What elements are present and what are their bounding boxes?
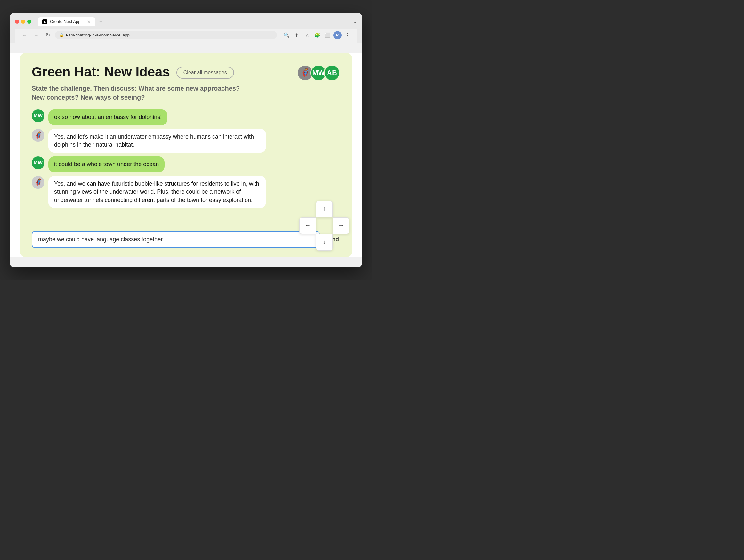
sidebar-action-button[interactable]: ⬜ (323, 31, 332, 40)
menu-button[interactable]: ⋮ (343, 31, 352, 40)
message-bubble: Yes, and let's make it an underwater emb… (48, 129, 266, 153)
message-bubble: it could be a whole town under the ocean (48, 157, 164, 172)
profile-avatar[interactable]: P (333, 31, 342, 39)
app-title: Green Hat: New Ideas (32, 65, 170, 79)
search-action-button[interactable]: 🔍 (282, 31, 291, 40)
participant-avatar-ab: AB (324, 65, 340, 81)
browser-actions: 🔍 ⬆ ☆ 🧩 ⬜ P ⋮ (282, 31, 352, 40)
url-text: i-am-chatting-in-a-room.vercel.app (66, 33, 129, 37)
minimize-button[interactable] (21, 19, 25, 24)
clear-messages-button[interactable]: Clear all messages (176, 67, 234, 79)
message-row: MW it could be a whole town under the oc… (32, 157, 340, 172)
input-area: Send (32, 231, 340, 248)
back-button[interactable]: ← (20, 31, 29, 40)
active-tab[interactable]: ▲ Create Next App ✕ (38, 17, 96, 26)
message-row: 🦸 Yes, and we can have futuristic bubble… (32, 176, 340, 208)
lock-icon: 🔒 (59, 33, 64, 37)
nav-arrows: ↑ ← → ↓ (299, 201, 349, 250)
address-bar: ← → ↻ 🔒 i-am-chatting-in-a-room.vercel.a… (15, 29, 357, 43)
message-input[interactable] (32, 231, 320, 248)
participants-list: 🦸 MW AB (297, 65, 340, 81)
new-tab-button[interactable]: + (97, 17, 105, 26)
tab-close-button[interactable]: ✕ (87, 19, 91, 24)
browser-window: ▲ Create Next App ✕ + ⌄ ← → ↻ 🔒 i-am-cha… (10, 13, 362, 267)
message-avatar-ai: 🦸 (32, 129, 44, 142)
message-row: MW ok so how about an embassy for dolphi… (32, 110, 340, 125)
forward-button[interactable]: → (32, 31, 41, 40)
browser-titlebar: ▲ Create Next App ✕ + ⌄ ← → ↻ 🔒 i-am-cha… (10, 13, 362, 43)
maximize-button[interactable] (27, 19, 31, 24)
nav-left-button[interactable]: ← (299, 217, 316, 234)
app-container: Green Hat: New Ideas Clear all messages … (20, 53, 352, 257)
tab-title: Create Next App (50, 19, 80, 24)
tab-bar: ▲ Create Next App ✕ + (38, 17, 349, 26)
message-avatar-mw: MW (32, 157, 44, 169)
messages-area: MW ok so how about an embassy for dolphi… (32, 110, 340, 225)
message-row: 🦸 Yes, and let's make it an underwater e… (32, 129, 340, 153)
share-action-button[interactable]: ⬆ (292, 31, 301, 40)
tab-favicon: ▲ (42, 19, 47, 24)
browser-content: Green Hat: New Ideas Clear all messages … (10, 53, 362, 257)
traffic-lights (15, 19, 31, 24)
message-bubble: Yes, and we can have futuristic bubble-l… (48, 176, 266, 208)
nav-down-button[interactable]: ↓ (316, 234, 333, 250)
bookmark-action-button[interactable]: ☆ (302, 31, 311, 40)
extensions-action-button[interactable]: 🧩 (313, 31, 322, 40)
tab-overflow-button[interactable]: ⌄ (353, 18, 357, 25)
message-bubble: ok so how about an embassy for dolphins! (48, 110, 168, 125)
app-header: Green Hat: New Ideas Clear all messages … (32, 65, 340, 81)
refresh-button[interactable]: ↻ (43, 31, 52, 40)
close-button[interactable] (15, 19, 19, 24)
nav-right-button[interactable]: → (333, 217, 349, 234)
nav-up-button[interactable]: ↑ (316, 201, 333, 217)
app-header-left: Green Hat: New Ideas Clear all messages (32, 65, 234, 79)
message-avatar-mw: MW (32, 110, 44, 122)
url-bar[interactable]: 🔒 i-am-chatting-in-a-room.vercel.app (55, 31, 277, 39)
app-subtitle: State the challenge. Then discuss: What … (32, 84, 249, 102)
message-avatar-ai: 🦸 (32, 176, 44, 189)
